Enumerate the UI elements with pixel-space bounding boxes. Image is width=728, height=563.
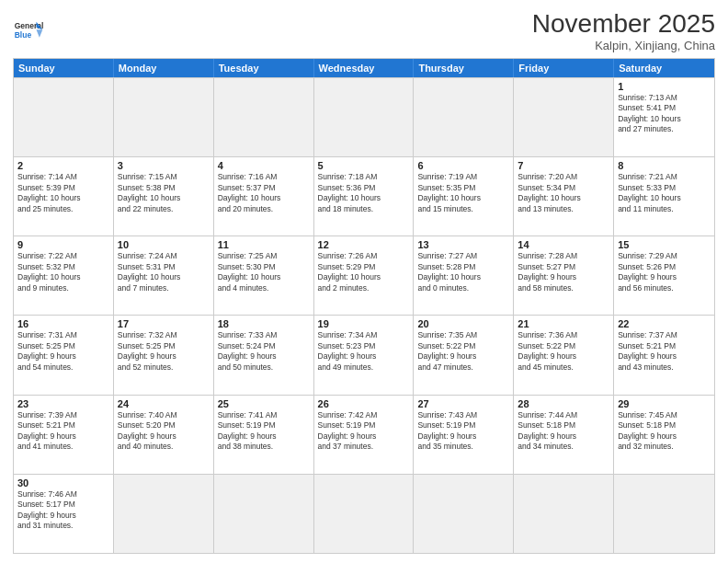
calendar-cell: 22Sunrise: 7:37 AM Sunset: 5:21 PM Dayli… <box>614 316 714 394</box>
day-number: 24 <box>118 398 210 409</box>
cell-info: Sunrise: 7:32 AM Sunset: 5:25 PM Dayligh… <box>118 330 210 373</box>
logo-icon: General Blue <box>13 16 44 47</box>
calendar-header: Sunday Monday Tuesday Wednesday Thursday… <box>14 59 714 77</box>
day-number: 18 <box>218 318 310 329</box>
cell-info: Sunrise: 7:43 AM Sunset: 5:19 PM Dayligh… <box>417 410 509 453</box>
cell-info: Sunrise: 7:35 AM Sunset: 5:22 PM Dayligh… <box>417 330 509 373</box>
calendar-cell: 28Sunrise: 7:44 AM Sunset: 5:18 PM Dayli… <box>514 396 614 474</box>
calendar-row-4: 23Sunrise: 7:39 AM Sunset: 5:21 PM Dayli… <box>14 395 714 474</box>
calendar-cell: 25Sunrise: 7:41 AM Sunset: 5:19 PM Dayli… <box>214 396 314 474</box>
calendar-cell: 24Sunrise: 7:40 AM Sunset: 5:20 PM Dayli… <box>114 396 214 474</box>
day-number: 4 <box>218 160 310 171</box>
day-number: 28 <box>518 398 609 409</box>
calendar-cell <box>314 78 415 156</box>
calendar-cell: 12Sunrise: 7:26 AM Sunset: 5:29 PM Dayli… <box>314 236 415 315</box>
cell-info: Sunrise: 7:15 AM Sunset: 5:38 PM Dayligh… <box>118 172 210 214</box>
svg-text:Blue: Blue <box>15 29 32 39</box>
day-number: 29 <box>618 398 711 409</box>
cell-info: Sunrise: 7:21 AM Sunset: 5:33 PM Dayligh… <box>618 172 711 214</box>
cell-info: Sunrise: 7:45 AM Sunset: 5:18 PM Dayligh… <box>618 410 711 453</box>
header-monday: Monday <box>114 59 214 77</box>
calendar-cell <box>414 78 514 156</box>
day-number: 30 <box>17 477 109 488</box>
cell-info: Sunrise: 7:14 AM Sunset: 5:39 PM Dayligh… <box>17 172 109 214</box>
cell-info: Sunrise: 7:46 AM Sunset: 5:17 PM Dayligh… <box>17 489 109 532</box>
calendar-row-1: 2Sunrise: 7:14 AM Sunset: 5:39 PM Daylig… <box>14 156 714 236</box>
day-number: 1 <box>618 81 711 92</box>
calendar-body: 1Sunrise: 7:13 AM Sunset: 5:41 PM Daylig… <box>14 77 714 553</box>
cell-info: Sunrise: 7:25 AM Sunset: 5:30 PM Dayligh… <box>218 251 310 293</box>
day-number: 19 <box>318 318 410 329</box>
day-number: 14 <box>518 239 609 250</box>
day-number: 16 <box>17 318 109 329</box>
calendar-row-0: 1Sunrise: 7:13 AM Sunset: 5:41 PM Daylig… <box>14 77 714 156</box>
calendar-row-3: 16Sunrise: 7:31 AM Sunset: 5:25 PM Dayli… <box>14 315 714 394</box>
day-number: 6 <box>417 160 509 171</box>
header: General Blue November 2025 Kalpin, Xinji… <box>13 9 715 52</box>
calendar-cell <box>514 475 614 553</box>
day-number: 12 <box>318 239 410 250</box>
day-number: 8 <box>618 160 711 171</box>
cell-info: Sunrise: 7:28 AM Sunset: 5:27 PM Dayligh… <box>518 251 609 293</box>
cell-info: Sunrise: 7:36 AM Sunset: 5:22 PM Dayligh… <box>518 330 609 373</box>
calendar-cell: 16Sunrise: 7:31 AM Sunset: 5:25 PM Dayli… <box>14 316 114 394</box>
calendar-cell: 20Sunrise: 7:35 AM Sunset: 5:22 PM Dayli… <box>414 316 514 394</box>
calendar-cell <box>614 475 714 553</box>
day-number: 3 <box>118 160 210 171</box>
day-number: 10 <box>118 239 210 250</box>
calendar-cell <box>14 78 114 156</box>
day-number: 2 <box>17 160 109 171</box>
day-number: 11 <box>218 239 310 250</box>
month-title: November 2025 <box>532 9 715 39</box>
calendar-cell: 27Sunrise: 7:43 AM Sunset: 5:19 PM Dayli… <box>414 396 514 474</box>
header-saturday: Saturday <box>614 59 714 77</box>
calendar-cell: 7Sunrise: 7:20 AM Sunset: 5:34 PM Daylig… <box>514 157 614 236</box>
calendar-cell: 26Sunrise: 7:42 AM Sunset: 5:19 PM Dayli… <box>314 396 415 474</box>
cell-info: Sunrise: 7:37 AM Sunset: 5:21 PM Dayligh… <box>618 330 711 373</box>
calendar-cell: 14Sunrise: 7:28 AM Sunset: 5:27 PM Dayli… <box>514 236 614 315</box>
day-number: 17 <box>118 318 210 329</box>
cell-info: Sunrise: 7:33 AM Sunset: 5:24 PM Dayligh… <box>218 330 310 373</box>
title-block: November 2025 Kalpin, Xinjiang, China <box>532 9 715 52</box>
cell-info: Sunrise: 7:34 AM Sunset: 5:23 PM Dayligh… <box>318 330 410 373</box>
calendar-cell <box>114 475 214 553</box>
calendar-cell <box>514 78 614 156</box>
cell-info: Sunrise: 7:41 AM Sunset: 5:19 PM Dayligh… <box>218 410 310 453</box>
day-number: 21 <box>518 318 609 329</box>
calendar-cell: 15Sunrise: 7:29 AM Sunset: 5:26 PM Dayli… <box>614 236 714 315</box>
calendar-cell: 8Sunrise: 7:21 AM Sunset: 5:33 PM Daylig… <box>614 157 714 236</box>
cell-info: Sunrise: 7:19 AM Sunset: 5:35 PM Dayligh… <box>417 172 509 214</box>
header-friday: Friday <box>514 59 614 77</box>
calendar-cell: 1Sunrise: 7:13 AM Sunset: 5:41 PM Daylig… <box>614 78 714 156</box>
calendar-cell <box>214 78 314 156</box>
location-subtitle: Kalpin, Xinjiang, China <box>532 39 715 52</box>
calendar-cell <box>114 78 214 156</box>
day-number: 26 <box>318 398 410 409</box>
svg-text:General: General <box>15 20 44 29</box>
calendar-cell: 10Sunrise: 7:24 AM Sunset: 5:31 PM Dayli… <box>114 236 214 315</box>
cell-info: Sunrise: 7:20 AM Sunset: 5:34 PM Dayligh… <box>518 172 609 214</box>
calendar-cell: 18Sunrise: 7:33 AM Sunset: 5:24 PM Dayli… <box>214 316 314 394</box>
calendar-cell: 4Sunrise: 7:16 AM Sunset: 5:37 PM Daylig… <box>214 157 314 236</box>
page: General Blue November 2025 Kalpin, Xinji… <box>0 0 728 563</box>
header-thursday: Thursday <box>414 59 514 77</box>
day-number: 23 <box>17 398 109 409</box>
cell-info: Sunrise: 7:44 AM Sunset: 5:18 PM Dayligh… <box>518 410 609 453</box>
calendar-cell: 6Sunrise: 7:19 AM Sunset: 5:35 PM Daylig… <box>414 157 514 236</box>
calendar-cell <box>414 475 514 553</box>
day-number: 20 <box>417 318 509 329</box>
cell-info: Sunrise: 7:26 AM Sunset: 5:29 PM Dayligh… <box>318 251 410 293</box>
day-number: 15 <box>618 239 711 250</box>
day-number: 7 <box>518 160 609 171</box>
day-number: 9 <box>17 239 109 250</box>
cell-info: Sunrise: 7:40 AM Sunset: 5:20 PM Dayligh… <box>118 410 210 453</box>
calendar-cell: 23Sunrise: 7:39 AM Sunset: 5:21 PM Dayli… <box>14 396 114 474</box>
calendar-cell: 5Sunrise: 7:18 AM Sunset: 5:36 PM Daylig… <box>314 157 415 236</box>
day-number: 25 <box>218 398 310 409</box>
cell-info: Sunrise: 7:13 AM Sunset: 5:41 PM Dayligh… <box>618 93 711 135</box>
header-tuesday: Tuesday <box>214 59 314 77</box>
calendar-cell <box>314 475 415 553</box>
day-number: 27 <box>417 398 509 409</box>
svg-marker-3 <box>37 29 43 38</box>
day-number: 13 <box>417 239 509 250</box>
